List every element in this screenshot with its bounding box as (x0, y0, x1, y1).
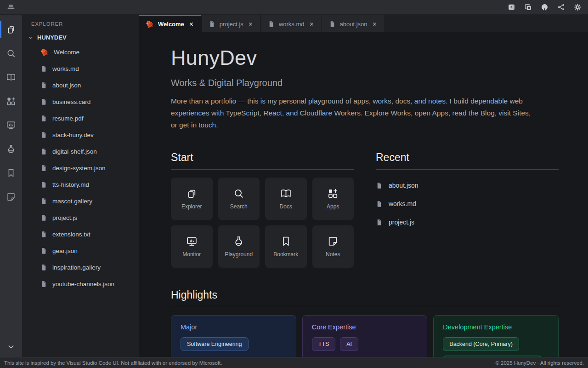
activity-item-bookmark[interactable] (0, 161, 22, 185)
highlight-card-core-expertise: Core Expertise TTS AI (302, 315, 428, 357)
activity-overflow-chevron-down-icon[interactable] (6, 342, 16, 351)
chip-group: Backend (Core, Primary) Frontend (Second… (443, 337, 549, 357)
status-disclaimer: This site is inspired by the Visual Stud… (4, 360, 222, 366)
file-icon (40, 115, 47, 122)
activity-item-search[interactable] (0, 41, 22, 65)
main-row: EXPLORER HUNYDEV Welcome works.md about.… (0, 15, 588, 357)
start-tile-search[interactable]: Search (218, 178, 260, 220)
recent-item-works-md[interactable]: works.md (376, 195, 559, 213)
file-item-gear-json[interactable]: gear.json (22, 242, 139, 259)
file-item-inspiration-gallery[interactable]: inspiration.gallery (22, 259, 139, 276)
file-item-design-system-json[interactable]: design-system.json (22, 160, 139, 176)
file-item-stack-huny-dev[interactable]: stack-huny.dev (22, 126, 139, 143)
start-tile-docs[interactable]: Docs (265, 178, 307, 220)
monitor-icon (186, 236, 198, 247)
file-icon (40, 98, 47, 105)
file-icon (329, 21, 336, 28)
start-tile-monitor[interactable]: Monitor (171, 225, 213, 268)
file-icon (40, 165, 47, 172)
file-item-business-card[interactable]: business.card (22, 93, 139, 110)
recent-file-label: works.md (389, 200, 416, 207)
activity-item-notes[interactable] (0, 185, 22, 209)
panel-toggle-icon[interactable] (508, 3, 515, 11)
file-label: project.js (52, 214, 77, 221)
activity-item-monitor[interactable] (0, 113, 22, 137)
tab-project-js[interactable]: project.js (202, 15, 261, 32)
tile-label: Notes (326, 251, 340, 258)
search-icon (233, 188, 244, 199)
file-item-extensions-txt[interactable]: extensions.txt (22, 226, 139, 242)
file-icon (40, 247, 47, 254)
close-icon[interactable] (188, 21, 194, 27)
activity-item-apps[interactable] (0, 89, 22, 113)
activity-item-docs[interactable] (0, 65, 22, 89)
mascot-bird-icon (40, 48, 49, 56)
github-icon[interactable] (541, 3, 548, 11)
close-icon[interactable] (309, 21, 315, 27)
file-item-resume-pdf[interactable]: resume.pdf (22, 110, 139, 126)
tab-label: project.js (220, 21, 243, 28)
file-item-mascot-gallery[interactable]: mascot.gallery (22, 193, 139, 209)
tile-label: Docs (280, 203, 292, 210)
mascot-bird-icon (146, 20, 154, 28)
file-icon (376, 182, 383, 189)
recent-list: about.json works.md project.js (376, 176, 559, 231)
fork-icon[interactable] (557, 3, 565, 11)
tab-about-json[interactable]: about.json (322, 15, 385, 32)
editor-area: Welcome project.js works.md about.json (139, 15, 588, 357)
chip-backend: Backend (Core, Primary) (443, 337, 519, 351)
start-tile-playground[interactable]: Playground (218, 225, 260, 268)
tile-label: Monitor (182, 251, 201, 258)
laptop-logo-icon (6, 3, 16, 12)
close-icon[interactable] (248, 21, 254, 27)
file-icon (40, 132, 47, 138)
start-tile-explorer[interactable]: Explorer (171, 178, 213, 220)
file-icon (40, 198, 47, 205)
tab-welcome[interactable]: Welcome (139, 15, 202, 32)
start-tile-notes[interactable]: Notes (312, 225, 354, 268)
start-tile-apps[interactable]: Apps (312, 178, 354, 220)
activity-item-explorer[interactable] (0, 17, 22, 41)
recent-item-project-js[interactable]: project.js (376, 213, 559, 231)
flask-icon (233, 236, 244, 247)
tab-works-md[interactable]: works.md (261, 15, 322, 32)
activity-item-playground[interactable] (0, 137, 22, 161)
file-item-welcome[interactable]: Welcome (22, 44, 139, 60)
start-tiles: Explorer Search Docs Apps Monitor Playgr… (171, 178, 354, 268)
close-all-editors-icon[interactable] (524, 3, 532, 11)
explorer-sidebar: EXPLORER HUNYDEV Welcome works.md about.… (22, 15, 139, 357)
explorer-title: EXPLORER (22, 19, 139, 31)
highlights-section: Highlights Major Software Engineering Co… (171, 289, 559, 357)
bookmark-icon (6, 168, 16, 178)
card-title: Development Expertise (443, 323, 549, 331)
activity-bar (0, 15, 22, 357)
book-icon (6, 72, 16, 82)
file-item-digital-shelf-json[interactable]: digital-shelf.json (22, 143, 139, 160)
file-label: Welcome (54, 49, 79, 56)
file-icon (40, 231, 47, 238)
settings-gear-icon[interactable] (574, 3, 582, 11)
start-tile-bookmark[interactable]: Bookmark (265, 225, 307, 268)
recent-item-about-json[interactable]: about.json (376, 176, 559, 195)
tile-label: Explorer (181, 203, 202, 210)
file-icon (209, 21, 215, 28)
file-label: stack-huny.dev (52, 132, 94, 138)
file-label: design-system.json (52, 165, 106, 172)
file-item-works-md[interactable]: works.md (22, 60, 139, 77)
file-item-tts-history-md[interactable]: tts-history.md (22, 176, 139, 193)
file-icon (376, 219, 383, 226)
recent-section-title: Recent (376, 151, 559, 170)
file-item-project-js[interactable]: project.js (22, 209, 139, 226)
tile-label: Playground (225, 251, 253, 258)
chevron-down-icon (28, 34, 34, 41)
file-item-about-json[interactable]: about.json (22, 77, 139, 93)
recent-file-label: about.json (389, 182, 418, 189)
file-label: youtube-channels.json (52, 281, 114, 288)
tile-label: Search (230, 203, 248, 210)
file-label: business.card (52, 98, 90, 105)
search-icon (6, 48, 16, 58)
highlight-card-development-expertise: Development Expertise Backend (Core, Pri… (433, 315, 559, 357)
file-item-youtube-channels-json[interactable]: youtube-channels.json (22, 276, 139, 292)
explorer-root-folder[interactable]: HUNYDEV (22, 31, 139, 44)
close-icon[interactable] (372, 21, 378, 27)
